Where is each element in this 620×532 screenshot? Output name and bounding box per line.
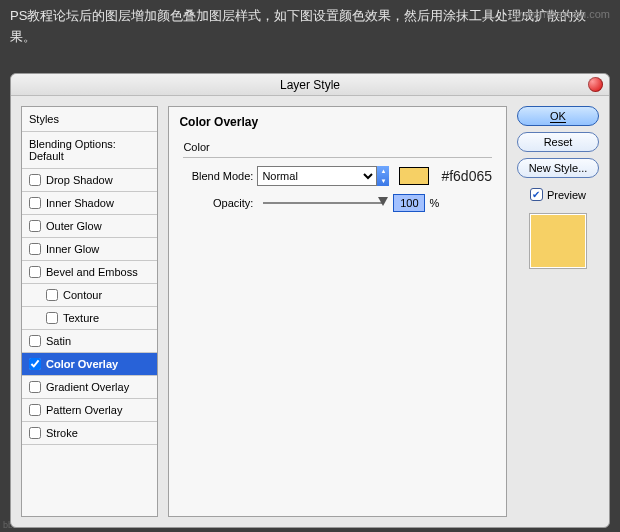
style-checkbox[interactable] — [29, 358, 41, 370]
dialog-body: Styles Blending Options: Default Drop Sh… — [11, 96, 609, 527]
section-title: Color Overlay — [179, 115, 496, 129]
style-item-outer-glow[interactable]: Outer Glow — [22, 215, 157, 238]
settings-panel: Color Overlay Color Blend Mode: Normal ▲… — [168, 106, 507, 517]
preview-label: Preview — [547, 189, 586, 201]
style-item-label: Inner Shadow — [46, 197, 114, 209]
styles-sidebar: Styles Blending Options: Default Drop Sh… — [21, 106, 158, 517]
stepper-icon[interactable]: ▲▼ — [377, 166, 389, 186]
preview-row[interactable]: ✔ Preview — [530, 188, 586, 201]
color-section: Color Blend Mode: Normal ▲▼ #f6d065 Opac… — [179, 135, 496, 226]
style-item-label: Stroke — [46, 427, 78, 439]
style-item-gradient-overlay[interactable]: Gradient Overlay — [22, 376, 157, 399]
style-checkbox[interactable] — [29, 427, 41, 439]
reset-button[interactable]: Reset — [517, 132, 599, 152]
style-item-label: Drop Shadow — [46, 174, 113, 186]
blend-mode-select-wrap[interactable]: Normal ▲▼ — [257, 166, 389, 186]
color-swatch[interactable] — [399, 167, 429, 185]
dialog-titlebar: Layer Style — [11, 74, 609, 96]
style-item-label: Pattern Overlay — [46, 404, 122, 416]
style-checkbox[interactable] — [29, 404, 41, 416]
preview-swatch — [529, 213, 587, 269]
style-item-label: Color Overlay — [46, 358, 118, 370]
ok-button[interactable]: OK — [517, 106, 599, 126]
style-item-drop-shadow[interactable]: Drop Shadow — [22, 169, 157, 192]
style-item-label: Outer Glow — [46, 220, 102, 232]
blend-mode-row: Blend Mode: Normal ▲▼ #f6d065 — [183, 166, 492, 186]
style-checkbox[interactable] — [29, 220, 41, 232]
style-item-label: Bevel and Emboss — [46, 266, 138, 278]
style-item-contour[interactable]: Contour — [22, 284, 157, 307]
style-item-label: Contour — [63, 289, 102, 301]
style-item-inner-glow[interactable]: Inner Glow — [22, 238, 157, 261]
dialog-title: Layer Style — [280, 78, 340, 92]
preview-checkbox[interactable]: ✔ — [530, 188, 543, 201]
blend-mode-label: Blend Mode: — [183, 170, 253, 182]
styles-header[interactable]: Styles — [22, 107, 157, 132]
style-list: Drop ShadowInner ShadowOuter GlowInner G… — [22, 169, 157, 445]
style-checkbox[interactable] — [29, 243, 41, 255]
action-panel: OK Reset New Style... ✔ Preview — [517, 106, 599, 517]
blend-mode-select[interactable]: Normal — [257, 166, 377, 186]
color-subtitle: Color — [183, 141, 492, 158]
style-item-label: Inner Glow — [46, 243, 99, 255]
style-checkbox[interactable] — [29, 335, 41, 347]
watermark-text: www.missyuan.com — [513, 8, 610, 20]
style-item-label: Gradient Overlay — [46, 381, 129, 393]
opacity-unit: % — [429, 197, 439, 209]
style-checkbox[interactable] — [46, 312, 58, 324]
opacity-slider[interactable] — [263, 202, 383, 204]
blending-options[interactable]: Blending Options: Default — [22, 132, 157, 169]
style-item-color-overlay[interactable]: Color Overlay — [22, 353, 157, 376]
opacity-row: Opacity: % — [183, 194, 492, 212]
style-item-stroke[interactable]: Stroke — [22, 422, 157, 445]
style-item-label: Satin — [46, 335, 71, 347]
style-item-texture[interactable]: Texture — [22, 307, 157, 330]
opacity-input[interactable] — [393, 194, 425, 212]
style-item-pattern-overlay[interactable]: Pattern Overlay — [22, 399, 157, 422]
style-checkbox[interactable] — [29, 197, 41, 209]
style-item-label: Texture — [63, 312, 99, 324]
slider-thumb-icon[interactable] — [378, 197, 388, 206]
style-item-inner-shadow[interactable]: Inner Shadow — [22, 192, 157, 215]
layer-style-dialog: Layer Style Styles Blending Options: Def… — [10, 73, 610, 528]
style-item-satin[interactable]: Satin — [22, 330, 157, 353]
opacity-label: Opacity: — [183, 197, 253, 209]
hex-value: #f6d065 — [441, 168, 492, 184]
style-checkbox[interactable] — [46, 289, 58, 301]
new-style-button[interactable]: New Style... — [517, 158, 599, 178]
style-checkbox[interactable] — [29, 174, 41, 186]
style-checkbox[interactable] — [29, 381, 41, 393]
style-item-bevel-and-emboss[interactable]: Bevel and Emboss — [22, 261, 157, 284]
style-checkbox[interactable] — [29, 266, 41, 278]
close-icon[interactable] — [588, 77, 603, 92]
